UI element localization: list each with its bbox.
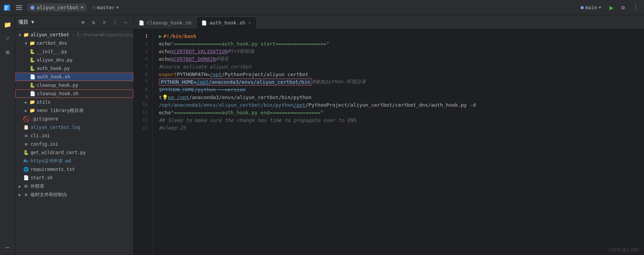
comment-4: #域名 xyxy=(216,55,229,62)
code-editor: 1 2 3 4 5 6 7 8 9 10 11 12 13 ▶ #!/bin/b… xyxy=(134,29,644,255)
code-line-13: #sleep 25 xyxy=(159,124,644,132)
tree-item-start-sh[interactable]: 📄 start.sh xyxy=(15,174,133,182)
run-button[interactable]: ▶ xyxy=(607,3,616,12)
tree-item-venv[interactable]: ▶ 📁 venv library根目录 xyxy=(15,106,133,115)
tree-item-md[interactable]: M+ https证书申请.md xyxy=(15,157,133,165)
new-file-button[interactable]: ⊕ xyxy=(78,18,87,27)
comment-7: #修改python 环境目录 xyxy=(312,78,366,85)
settings-icon[interactable]: ⚙ xyxy=(619,3,627,12)
tab-bar: 📄 cleanup_hook.sh 📄 auth_hook.sh × xyxy=(134,15,644,29)
tree-item-utils[interactable]: ▶ 📁 utils xyxy=(15,98,133,106)
comment-12: ## Sleep to make sure the change has tim… xyxy=(159,117,356,123)
tree-item-certbot-dns[interactable]: ▼ 📁 certbot_dns xyxy=(15,39,133,47)
collapse-button[interactable]: — xyxy=(121,18,130,27)
opt-path-9: pe /opt xyxy=(168,94,189,100)
watermark: CSDN @J_DBK xyxy=(609,247,639,252)
tree-root[interactable]: ▼ 📁 aliyun_certbot – E:\PycharmProjects\… xyxy=(15,31,133,39)
code-line-12: ## Sleep to make sure the change has tim… xyxy=(159,116,644,124)
tab-cleanup-hook-sh[interactable]: 📄 cleanup_hook.sh xyxy=(134,16,196,29)
sidebar-item-git[interactable]: ⑂ xyxy=(2,32,14,44)
tree-item-external-libs[interactable]: ▶ ⊞ 外部库 xyxy=(15,182,133,190)
sidebar-item-more[interactable]: … xyxy=(2,240,14,252)
titlebar-left: aliyun_certbot ▼ ⑂ master ▼ xyxy=(3,2,122,13)
external-libs-arrow-icon: ▶ xyxy=(17,184,23,188)
line-num-12: 12 xyxy=(134,116,152,124)
branch-label: master xyxy=(97,5,115,10)
line-num-3: 3 xyxy=(134,47,152,55)
panel-options-button[interactable]: ⋮ xyxy=(110,18,120,27)
strikethrough-8: $PYTHON_HOME/python --version xyxy=(159,87,246,93)
temp-files-label: 临时文件和控制台 xyxy=(31,192,67,198)
file-tree-panel: 项目 ▼ ⊕ ⇅ × ⋮ — ▼ 📁 aliyun_certbot – E:\P… xyxy=(15,15,134,255)
auth-hook-sh-label: auth_hook.sh xyxy=(37,74,70,80)
opt-path-10: /opt xyxy=(293,102,305,108)
cli-ini-label: cli.ini xyxy=(31,133,50,138)
tree-item-auth-hook-sh[interactable]: 📄 auth_hook.sh xyxy=(15,73,133,81)
line-num-7: 7 xyxy=(134,78,152,86)
sidebar-item-structure[interactable]: ⊞ xyxy=(2,46,14,58)
cleanup-tab-label: cleanup_hook.sh xyxy=(147,20,191,26)
tree-item-config-ini[interactable]: ≡ config.ini xyxy=(15,140,133,148)
root-folder-icon: 📁 xyxy=(23,32,29,38)
svg-rect-4 xyxy=(16,5,22,6)
editor-area: 📄 cleanup_hook.sh 📄 auth_hook.sh × 1 2 3… xyxy=(134,15,644,255)
certbot-validation-var: $CERTBOT_VALIDATION xyxy=(171,49,228,54)
more-options-icon[interactable]: ⋮ xyxy=(630,3,641,12)
tree-item-log[interactable]: 📋 aliyun_certbot.log xyxy=(15,123,133,132)
auth-hook-path-10: /PythonProject/aliyun_certbot/certbot_dn… xyxy=(306,102,476,108)
auth-tab-close-button[interactable]: × xyxy=(248,20,252,25)
svg-rect-6 xyxy=(16,9,22,10)
init-py-label: __init__.py xyxy=(37,49,67,54)
code-line-3: echo $CERTBOT_VALIDATION #txt校验值 xyxy=(159,47,644,55)
tab-auth-hook-sh[interactable]: 📄 auth_hook.sh × xyxy=(196,16,257,29)
sidebar-item-project[interactable]: 📁 xyxy=(2,18,14,31)
tree-item-auth-hook-py[interactable]: 🐍 auth_hook.py xyxy=(15,64,133,73)
tree-item-aliyun-dns[interactable]: 🐍 aliyun_dns.py xyxy=(15,56,133,64)
tree-item-requirements[interactable]: 🌐 requirements.txt xyxy=(15,165,133,174)
hamburger-menu-button[interactable] xyxy=(14,2,24,13)
tree-item-init-py[interactable]: 🐍 __init__.py xyxy=(15,47,133,56)
temp-files-arrow-icon: ▶ xyxy=(17,193,23,197)
line-num-5: 5 xyxy=(134,63,152,70)
echo-cmd-11: echo xyxy=(159,110,171,115)
certbot-dns-label: certbot_dns xyxy=(37,41,67,46)
svg-rect-2 xyxy=(5,8,8,8)
code-line-2: echo "================auth_hook.py start… xyxy=(159,40,644,47)
get-wildcard-icon: 🐍 xyxy=(23,149,29,156)
init-py-icon: 🐍 xyxy=(29,49,35,55)
svg-rect-5 xyxy=(16,7,22,8)
code-line-1: ▶ #!/bin/bash xyxy=(159,32,644,40)
requirements-label: requirements.txt xyxy=(31,167,75,172)
branch-chevron-icon: ▼ xyxy=(117,5,119,10)
start-sh-icon: 📄 xyxy=(23,175,29,181)
tree-item-cli-ini[interactable]: ≡ cli.ini xyxy=(15,132,133,140)
sort-button[interactable]: ⇅ xyxy=(89,18,98,27)
code-line-10: /opt/anaconda3/envs/aliyun_certbot/bin/p… xyxy=(159,101,644,109)
tree-item-get-wildcard[interactable]: 🐍 get_wildcard_cert.py xyxy=(15,148,133,157)
project-selector[interactable]: aliyun_certbot ▼ xyxy=(28,3,86,11)
temp-files-icon: ≡ xyxy=(23,192,29,198)
tree-item-cleanup-hook-py[interactable]: 🐍 cleanup_hook.py xyxy=(15,81,133,89)
string-11: "================auth_hook.py end=======… xyxy=(171,110,323,115)
pythonpath-cmd: PYTHONPATH= xyxy=(177,71,210,77)
line-num-13: 13 xyxy=(134,124,152,132)
branch-selector[interactable]: ⑂ master ▼ xyxy=(89,3,122,12)
external-libs-icon: ⊞ xyxy=(23,183,29,189)
run-configuration-selector[interactable]: main ▼ xyxy=(578,3,604,11)
shebang: #!/bin/bash xyxy=(163,33,196,39)
echo-cmd-2: echo xyxy=(159,41,171,47)
utils-folder-icon: 📁 xyxy=(29,99,35,105)
line-num-2: 2 xyxy=(134,40,152,47)
code-line-8: $PYTHON_HOME/python --version xyxy=(159,86,644,93)
close-panel-button[interactable]: × xyxy=(100,18,109,27)
tree-item-cleanup-hook-sh[interactable]: 📄 cleanup_hook.sh xyxy=(15,89,133,98)
code-content[interactable]: ▶ #!/bin/bash echo "================auth… xyxy=(153,29,644,255)
external-libs-label: 外部库 xyxy=(31,183,44,190)
tree-item-temp-files[interactable]: ▶ ≡ 临时文件和控制台 xyxy=(15,190,133,199)
run-marker-1: ▶ xyxy=(159,33,162,39)
log-icon: 📋 xyxy=(23,124,29,130)
line-num-11: 11 xyxy=(134,109,152,116)
tree-item-gitignore[interactable]: 🚫 .gitignore xyxy=(15,115,133,123)
root-label: aliyun_certbot – E:\PycharmProjects\aliy… xyxy=(31,32,133,37)
titlebar: aliyun_certbot ▼ ⑂ master ▼ main ▼ ▶ ⚙ ⋮ xyxy=(0,0,644,15)
